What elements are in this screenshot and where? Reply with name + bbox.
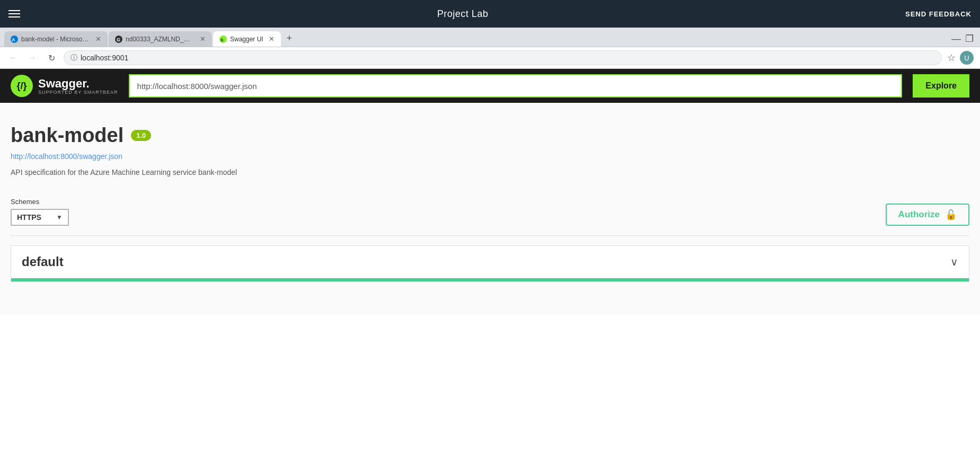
address-text: localhost:9001 — [81, 54, 128, 62]
authorize-label: Authorize — [898, 209, 940, 220]
tab-label-github: nd00333_AZMLND_C2/serve.py a — [126, 36, 195, 43]
api-link[interactable]: http://localhost:8000/swagger.json — [11, 152, 969, 161]
send-feedback-button[interactable]: SEND FEEDBACK — [905, 10, 972, 18]
default-section-accent-bar — [11, 278, 969, 281]
default-section-chevron-icon: ∨ — [950, 255, 958, 268]
reload-button[interactable]: ↻ — [45, 51, 58, 65]
svg-text:A: A — [12, 37, 15, 42]
address-bar: ← → ↻ ⓘ localhost:9001 ☆ U — [0, 47, 980, 68]
back-button: ← — [6, 51, 20, 65]
lock-open-icon: 🔓 — [945, 209, 957, 220]
tab-favicon-azure: A — [11, 36, 18, 43]
forward-button: → — [25, 51, 39, 65]
window-controls: — ❐ — [951, 33, 980, 47]
swagger-brand-sub: Supported by SMARTBEAR — [38, 90, 118, 95]
swagger-icon: {/} — [11, 75, 33, 97]
menu-button[interactable] — [8, 10, 20, 17]
swagger-url-input[interactable] — [129, 74, 903, 98]
svg-text:S: S — [220, 38, 224, 42]
explore-button[interactable]: Explore — [913, 74, 969, 98]
schemes-label: Schemes — [11, 198, 69, 206]
schemes-section: Schemes HTTPS ▼ — [11, 198, 69, 226]
api-title-row: bank-model 1.0 — [11, 124, 969, 147]
tab-bar: A bank-model - Microsoft Azure M ✕ G nd0… — [0, 28, 980, 47]
tab-label-azure: bank-model - Microsoft Azure M — [21, 36, 90, 43]
tab-favicon-github: G — [115, 36, 122, 43]
tab-close-azure[interactable]: ✕ — [95, 35, 101, 43]
lock-icon: ⓘ — [70, 53, 77, 63]
authorize-button[interactable]: Authorize 🔓 — [886, 204, 969, 226]
profile-avatar[interactable]: U — [960, 51, 974, 65]
new-tab-button[interactable]: + — [282, 31, 297, 46]
tab-label-swagger: Swagger UI — [230, 36, 263, 43]
schemes-row: Schemes HTTPS ▼ Authorize 🔓 — [11, 198, 969, 236]
tab-favicon-swagger: S — [219, 36, 227, 43]
browser-tab-github[interactable]: G nd00333_AZMLND_C2/serve.py a ✕ — [109, 31, 212, 47]
default-section-header[interactable]: default ∨ — [11, 246, 969, 278]
swagger-content: bank-model 1.0 http://localhost:8000/swa… — [0, 103, 980, 315]
swagger-brand: Swagger. — [38, 77, 90, 90]
schemes-select[interactable]: HTTPS ▼ — [11, 209, 69, 226]
default-section: default ∨ — [11, 245, 969, 282]
minimize-button[interactable]: — — [951, 33, 961, 45]
browser-chrome: A bank-model - Microsoft Azure M ✕ G nd0… — [0, 28, 980, 69]
address-actions: ☆ U — [947, 51, 974, 65]
tab-close-swagger[interactable]: ✕ — [269, 35, 275, 43]
swagger-logo: {/} Swagger. Supported by SMARTBEAR — [11, 75, 118, 97]
api-version-badge: 1.0 — [131, 130, 151, 141]
svg-text:G: G — [117, 37, 120, 42]
bookmark-button[interactable]: ☆ — [947, 52, 956, 64]
browser-tab-azure[interactable]: A bank-model - Microsoft Azure M ✕ — [4, 31, 108, 47]
default-section-title: default — [22, 254, 64, 269]
top-bar-title: Project Lab — [437, 8, 489, 20]
browser-tab-swagger[interactable]: S Swagger UI ✕ — [213, 31, 281, 47]
schemes-selected-value: HTTPS — [17, 213, 56, 222]
api-title: bank-model — [11, 124, 123, 147]
top-bar: Project Lab SEND FEEDBACK — [0, 0, 980, 28]
tab-close-github[interactable]: ✕ — [200, 35, 206, 43]
api-description: API specification for the Azure Machine … — [11, 168, 969, 177]
swagger-header: {/} Swagger. Supported by SMARTBEAR Expl… — [0, 69, 980, 103]
maximize-button[interactable]: ❐ — [965, 33, 974, 45]
address-input-wrap[interactable]: ⓘ localhost:9001 — [64, 50, 942, 65]
schemes-chevron-icon: ▼ — [56, 214, 63, 221]
